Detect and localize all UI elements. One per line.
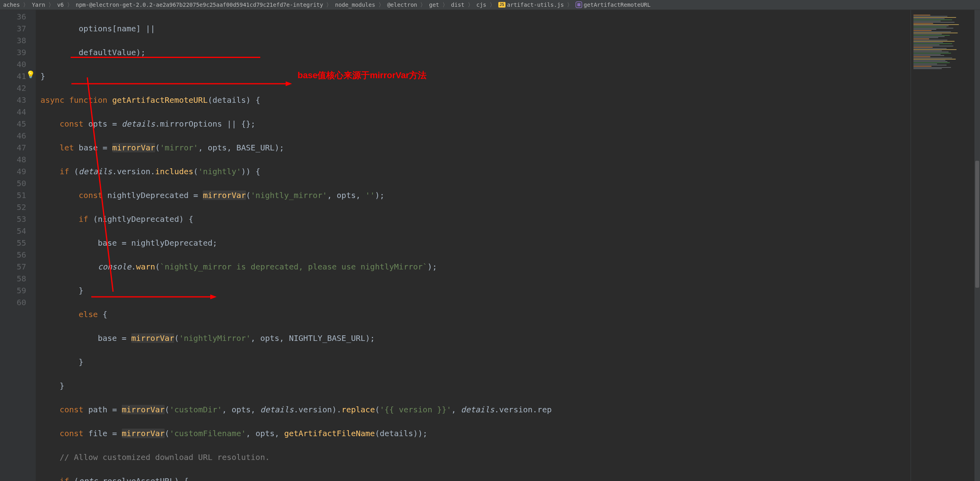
svg-line-2 bbox=[87, 77, 113, 292]
lightbulb-icon[interactable]: 💡 bbox=[26, 71, 35, 78]
line-number: 59 bbox=[0, 285, 36, 296]
code-line[interactable]: } bbox=[36, 70, 911, 82]
line-number: 60 bbox=[0, 296, 36, 308]
scrollbar-thumb[interactable] bbox=[975, 161, 979, 288]
chevron-right-icon: 〉 bbox=[420, 0, 426, 10]
line-number: 47 bbox=[0, 142, 36, 154]
code-line[interactable]: defaultValue); bbox=[36, 46, 911, 58]
code-line[interactable]: options[name] || bbox=[36, 23, 911, 35]
line-number: 37 bbox=[0, 23, 36, 35]
line-number: 51 bbox=[0, 189, 36, 201]
chevron-right-icon: 〉 bbox=[326, 0, 332, 10]
crumb-symbol[interactable]: getArtifactRemoteURL bbox=[576, 0, 651, 10]
code-line[interactable]: base = nightlyDeprecated; bbox=[36, 237, 911, 249]
vertical-scrollbar[interactable] bbox=[974, 10, 980, 481]
line-number: 54 bbox=[0, 225, 36, 237]
code-editor[interactable]: 💡 36 37 38 39 40 41 42 43 44 45 46 47 48… bbox=[0, 10, 980, 481]
code-line[interactable]: const path = mirrorVar('customDir', opts… bbox=[36, 404, 911, 416]
line-number: 42 bbox=[0, 82, 36, 94]
code-line[interactable]: } bbox=[36, 380, 911, 392]
line-number: 48 bbox=[0, 154, 36, 165]
code-line[interactable]: let base = mirrorVar('mirror', opts, BAS… bbox=[36, 142, 911, 154]
chevron-right-icon: 〉 bbox=[567, 0, 573, 10]
crumb-symbol-label: getArtifactRemoteURL bbox=[584, 0, 651, 10]
code-line[interactable]: } bbox=[36, 356, 911, 368]
chevron-right-icon: 〉 bbox=[379, 0, 384, 10]
minimap-content bbox=[913, 15, 970, 94]
line-number: 57 bbox=[0, 261, 36, 273]
function-icon bbox=[576, 2, 582, 8]
chevron-right-icon: 〉 bbox=[468, 0, 473, 10]
line-number: 55 bbox=[0, 237, 36, 249]
code-line[interactable]: async function getArtifactRemoteURL(deta… bbox=[36, 94, 911, 106]
code-line[interactable]: else { bbox=[36, 308, 911, 320]
line-number: 44 bbox=[0, 106, 36, 118]
line-number: 52 bbox=[0, 201, 36, 213]
line-number: 38 bbox=[0, 35, 36, 46]
code-line[interactable]: if (details.version.includes('nightly'))… bbox=[36, 165, 911, 177]
crumb-file[interactable]: JSartifact-utils.js bbox=[498, 0, 564, 10]
breadcrumb[interactable]: aches〉 Yarn〉 v6〉 npm-@electron-get-2.0.2… bbox=[0, 0, 980, 10]
line-number: 45 bbox=[0, 118, 36, 130]
code-line[interactable]: // Allow customized download URL resolut… bbox=[36, 451, 911, 463]
crumb-file-label: artifact-utils.js bbox=[507, 0, 564, 10]
crumb[interactable]: v6 bbox=[57, 0, 64, 10]
code-line[interactable]: if (nightlyDeprecated) { bbox=[36, 213, 911, 225]
line-number: 56 bbox=[0, 249, 36, 261]
line-number: 46 bbox=[0, 130, 36, 142]
code-area[interactable]: options[name] || defaultValue); } async … bbox=[36, 10, 911, 481]
crumb[interactable]: cjs bbox=[477, 0, 486, 10]
line-number: 36 bbox=[0, 11, 36, 23]
crumb[interactable]: @electron bbox=[387, 0, 417, 10]
crumb[interactable]: dist bbox=[451, 0, 465, 10]
code-line[interactable]: const opts = details.mirrorOptions || {}… bbox=[36, 118, 911, 130]
chevron-right-icon: 〉 bbox=[67, 0, 73, 10]
code-minimap[interactable] bbox=[911, 10, 974, 481]
crumb[interactable]: get bbox=[429, 0, 439, 10]
code-line[interactable]: base = mirrorVar('nightlyMirror', opts, … bbox=[36, 332, 911, 344]
code-line[interactable]: if (opts.resolveAssetURL) { bbox=[36, 475, 911, 481]
chevron-right-icon: 〉 bbox=[48, 0, 54, 10]
chevron-right-icon: 〉 bbox=[23, 0, 29, 10]
chevron-right-icon: 〉 bbox=[490, 0, 495, 10]
line-number: 43 bbox=[0, 94, 36, 106]
annotation-arrow-right bbox=[71, 81, 294, 86]
line-number: 58 bbox=[0, 273, 36, 285]
crumb[interactable]: npm-@electron-get-2.0.2-ae2a967b22075e9c… bbox=[76, 0, 323, 10]
line-number: 49 bbox=[0, 165, 36, 177]
crumb[interactable]: node_modules bbox=[335, 0, 375, 10]
js-file-icon: JS bbox=[498, 2, 505, 8]
line-number: 53 bbox=[0, 213, 36, 225]
crumb[interactable]: aches bbox=[3, 0, 20, 10]
line-number: 40 bbox=[0, 58, 36, 70]
code-line[interactable]: } bbox=[36, 285, 911, 296]
chevron-right-icon: 〉 bbox=[442, 0, 448, 10]
line-number: 50 bbox=[0, 177, 36, 189]
code-line[interactable]: const nightlyDeprecated = mirrorVar('nig… bbox=[36, 189, 911, 201]
code-line[interactable]: console.warn(`nightly_mirror is deprecat… bbox=[36, 261, 911, 273]
line-number-gutter[interactable]: 💡 36 37 38 39 40 41 42 43 44 45 46 47 48… bbox=[0, 10, 36, 481]
crumb[interactable]: Yarn bbox=[32, 0, 45, 10]
code-line[interactable]: const file = mirrorVar('customFilename',… bbox=[36, 427, 911, 439]
svg-marker-1 bbox=[286, 81, 292, 86]
line-number: 39 bbox=[0, 46, 36, 58]
